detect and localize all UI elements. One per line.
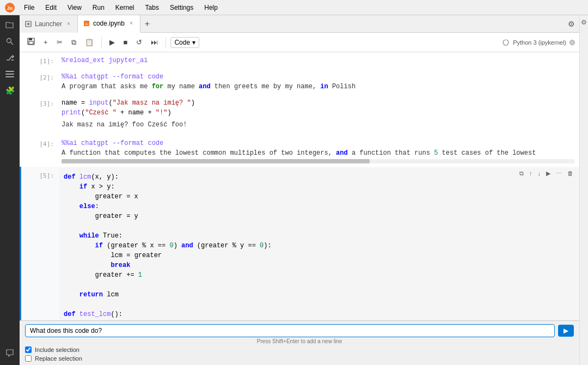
- svg-text:Ju: Ju: [85, 22, 88, 25]
- cell-4-code: %%ai chatgpt --format code A function th…: [62, 138, 575, 158]
- ai-prompt-input[interactable]: [25, 324, 555, 337]
- cell-4-num: [4]:: [21, 136, 59, 166]
- cell-4-content[interactable]: %%ai chatgpt --format code A function th…: [59, 136, 579, 166]
- run-button[interactable]: ▶: [106, 36, 118, 48]
- cell-1-num: [1]:: [21, 53, 59, 68]
- menu-edit[interactable]: Edit: [41, 3, 61, 13]
- kernel-name-label: Python 3 (ipykernel): [513, 39, 566, 46]
- svg-rect-13: [29, 38, 32, 40]
- interrupt-button[interactable]: ■: [120, 36, 131, 48]
- launcher-icon: [25, 21, 32, 27]
- cell-3-output: Jak masz na imię? foo Cześć foo!: [62, 118, 575, 132]
- ai-send-icon: ▶: [564, 327, 568, 334]
- cell-type-chevron: ▾: [192, 39, 195, 46]
- cell-1-content[interactable]: %reload_ext jupyter_ai: [59, 53, 579, 68]
- replace-selection-checkbox[interactable]: [25, 355, 32, 362]
- cut-button[interactable]: ✂: [53, 36, 66, 48]
- tab-launcher-label: Launcher: [35, 20, 62, 28]
- cell-type-label: Code: [174, 39, 190, 46]
- tab-notebook-label: code.ipynb: [93, 20, 125, 27]
- svg-point-2: [7, 39, 11, 43]
- include-selection-checkbox[interactable]: [25, 346, 32, 353]
- add-cell-button[interactable]: +: [40, 36, 51, 48]
- toolbar: + ✂ ⧉ 📋 ▶ ■ ↺ ⏭ Code ▾ Python 3 (ipykern…: [20, 33, 579, 52]
- cell-4: [4]: %%ai chatgpt --format code A functi…: [20, 135, 579, 167]
- replace-selection-label: Replace selection: [35, 355, 82, 362]
- gear-icon-right[interactable]: ⚙: [581, 19, 587, 26]
- notebook-icon: Ju: [83, 20, 90, 27]
- ai-bar: ▶ Press Shift+Enter to add a new line In…: [20, 320, 579, 365]
- cell-5-code: def lcm(x, y): if x > y: greater = x els…: [64, 172, 575, 320]
- cell-up-btn[interactable]: ↑: [528, 169, 534, 178]
- restart-run-button[interactable]: ⏭: [148, 36, 161, 48]
- svg-line-3: [11, 42, 13, 45]
- ai-send-button[interactable]: ▶: [558, 325, 574, 337]
- svg-text:Ju: Ju: [7, 5, 13, 11]
- tab-launcher-close[interactable]: ×: [65, 20, 72, 27]
- cell-1-code: %reload_ext jupyter_ai: [62, 56, 575, 65]
- cell-5-content[interactable]: ⧉ ↑ ↓ ▶ ⋯ 🗑 def lcm(x, y): if x > y: gre…: [59, 168, 579, 320]
- kernel-status-icon: [502, 39, 510, 46]
- sidebar-icon-search[interactable]: [2, 34, 17, 49]
- svg-rect-4: [5, 71, 14, 72]
- sep1: [101, 37, 102, 48]
- cell-3-num: [3]:: [21, 96, 59, 134]
- cell-5: [5]: ⧉ ↑ ↓ ▶ ⋯ 🗑 def lcm(x, y): if x > y…: [20, 167, 579, 320]
- cell-3-content[interactable]: name = input("Jak masz na imię? ") print…: [59, 96, 579, 134]
- save-button[interactable]: [24, 36, 38, 48]
- menu-file[interactable]: File: [20, 3, 39, 13]
- main-content: Launcher × Ju code.ipynb × + ⚙ + ✂ ⧉ 📋: [20, 15, 579, 365]
- cell-type-select[interactable]: Code ▾: [170, 37, 199, 48]
- ai-input-row: ▶: [25, 324, 574, 337]
- tab-add-button[interactable]: +: [140, 15, 154, 33]
- copy-button[interactable]: ⧉: [68, 36, 79, 48]
- menu-kernel[interactable]: Kernel: [111, 3, 139, 13]
- sep2: [166, 37, 166, 48]
- tab-notebook[interactable]: Ju code.ipynb ×: [78, 15, 140, 33]
- cell-2: [2]: %%ai chatgpt --format code A progra…: [20, 69, 579, 95]
- menubar: Ju File Edit View Run Kernel Tabs Settin…: [0, 0, 588, 15]
- menu-help[interactable]: Help: [200, 3, 222, 13]
- sidebar-icon-list[interactable]: [2, 66, 17, 82]
- menu-tabs[interactable]: Tabs: [141, 3, 163, 13]
- cell-down-btn[interactable]: ↓: [536, 169, 543, 178]
- ai-checkbox-include: Include selection: [25, 346, 574, 353]
- tab-launcher[interactable]: Launcher ×: [20, 15, 78, 33]
- cell-3-code: name = input("Jak masz na imię? ") print…: [62, 98, 575, 118]
- jupyter-logo: Ju: [4, 2, 15, 13]
- cell-run-btn[interactable]: ▶: [544, 169, 552, 178]
- sidebar-icon-folder[interactable]: [2, 17, 17, 33]
- cell-5-toolbar: ⧉ ↑ ↓ ▶ ⋯ 🗑: [518, 169, 575, 178]
- toolbar-right: Python 3 (ipykernel): [502, 39, 575, 46]
- gear-icon-top[interactable]: ⚙: [568, 20, 575, 28]
- ai-checkbox-replace: Replace selection: [25, 355, 574, 362]
- tab-bar: Launcher × Ju code.ipynb × + ⚙: [20, 15, 579, 33]
- sidebar-icon-chat[interactable]: [2, 345, 17, 361]
- svg-point-15: [503, 40, 509, 45]
- cell-1: [1]: %reload_ext jupyter_ai: [20, 52, 579, 69]
- sidebar-icon-puzzle[interactable]: 🧩: [2, 83, 17, 98]
- cell-2-content[interactable]: %%ai chatgpt --format code A program tha…: [59, 70, 579, 94]
- cell-copy-btn[interactable]: ⧉: [518, 169, 525, 178]
- svg-rect-5: [5, 74, 14, 75]
- cell-3: [3]: name = input("Jak masz na imię? ") …: [20, 95, 579, 135]
- notebook-cells[interactable]: [1]: %reload_ext jupyter_ai [2]: %%ai ch…: [20, 52, 579, 320]
- include-selection-label: Include selection: [35, 346, 79, 353]
- restart-button[interactable]: ↺: [133, 36, 145, 48]
- menu-run[interactable]: Run: [88, 3, 109, 13]
- sidebar-icon-git[interactable]: ⎇: [2, 50, 17, 65]
- cell-more-btn[interactable]: ⋯: [554, 169, 564, 178]
- cell-2-num: [2]:: [21, 70, 59, 94]
- menu-settings[interactable]: Settings: [166, 3, 198, 13]
- tab-notebook-close[interactable]: ×: [128, 20, 134, 27]
- menu-view[interactable]: View: [63, 3, 86, 13]
- cell-delete-btn[interactable]: 🗑: [566, 169, 575, 178]
- sidebar: ⎇ 🧩: [0, 15, 20, 365]
- kernel-idle-indicator: [569, 40, 575, 45]
- cell-5-num: [5]:: [21, 168, 59, 320]
- svg-rect-6: [5, 76, 14, 77]
- cell-2-code: %%ai chatgpt --format code A program tha…: [62, 72, 575, 92]
- paste-button[interactable]: 📋: [82, 36, 97, 48]
- ai-hint: Press Shift+Enter to add a new line: [25, 338, 574, 344]
- svg-rect-14: [29, 41, 33, 44]
